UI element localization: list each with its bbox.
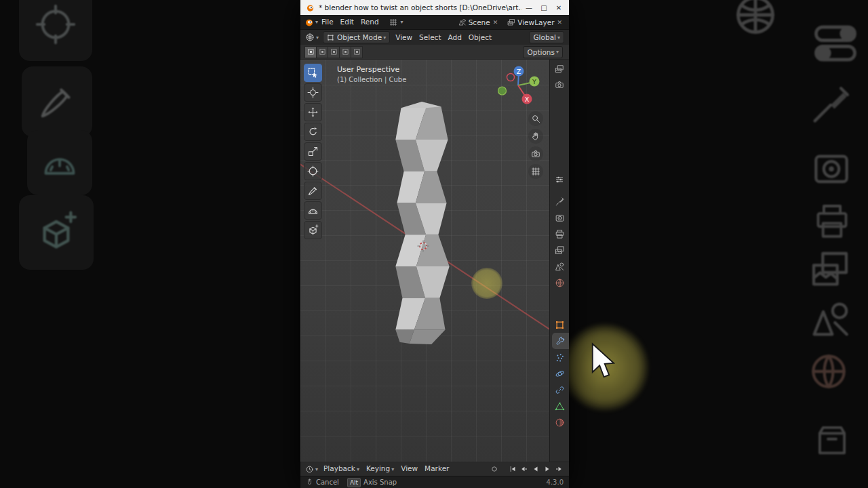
timeline-menus: Playback▾Keying▾ViewMarker [320,462,452,476]
unlink-scene-icon[interactable]: ✕ [493,19,498,26]
twisted-cube-object[interactable] [390,98,455,348]
material-tab-icon [555,418,565,428]
maximize-button[interactable]: □ [536,4,551,12]
properties-tab-physics[interactable] [550,365,569,382]
tool-move[interactable] [304,103,322,121]
zoom-button[interactable] [528,111,543,126]
properties-tab-object[interactable] [550,317,569,333]
auto-keying-icon[interactable] [490,464,499,474]
gizmo-y-label[interactable]: Y [532,78,536,85]
bg-tile [22,66,92,137]
timeline-menu-marker[interactable]: Marker [421,462,452,476]
properties-tab-render[interactable] [550,209,569,226]
viewport-menus: ViewSelectAddObject [392,30,495,45]
tool-settings-bar: Options ▾ [300,45,569,60]
next-keyframe-button[interactable] [553,464,564,474]
properties-tab-modifiers[interactable] [552,333,569,349]
menu-file[interactable]: File [318,15,337,29]
tool-rotate[interactable] [304,123,322,141]
scene-name: Scene [469,18,490,26]
tool-cursor[interactable] [304,83,322,102]
tool-add-cube[interactable] [304,221,322,239]
tool-annotate[interactable] [304,182,322,200]
gizmo-z-label[interactable]: Z [517,68,521,75]
properties-tab-constraints[interactable] [550,382,569,398]
object-mode-icon [327,34,334,41]
viewport-toolbar [304,64,322,239]
gizmo-x-label[interactable]: X [525,96,530,103]
tool-select-box[interactable] [304,64,322,82]
menu-edit[interactable]: Edit [337,15,357,29]
image-button[interactable] [553,62,566,76]
menu-add[interactable]: Add [445,30,465,45]
navigation-gizmo[interactable]: Z Y X [497,63,540,106]
menu-select[interactable]: Select [416,30,444,45]
close-button[interactable]: ✕ [551,4,566,12]
viewport-nav-buttons [528,111,543,179]
select-mode-invert[interactable] [339,46,351,58]
menu-view[interactable]: View [392,30,416,45]
menu-object[interactable]: Object [465,30,495,45]
next-keyframe-icon [555,465,563,473]
properties-tab-scene[interactable] [550,258,569,274]
properties-tab-particles[interactable] [550,349,569,365]
select-mode-intersect[interactable] [351,46,363,58]
3d-viewport[interactable]: User Perspective (1) Collection | Cube Z [300,60,549,462]
unlink-view-layer-icon[interactable]: ✕ [557,19,562,26]
workspace-selector[interactable]: ▾ [389,18,403,26]
tool-scale[interactable] [304,142,322,161]
properties-tab-view-layer[interactable] [550,242,569,258]
timeline-menu-view[interactable]: View [397,462,421,476]
timeline-menu-keying[interactable]: Keying▾ [363,462,397,476]
cancel-hint: Cancel [316,479,339,486]
options-dropdown[interactable]: Options ▾ [523,46,563,58]
properties-tab-material[interactable] [550,414,569,430]
timeline-menu-playback[interactable]: Playback▾ [320,462,363,476]
properties-tab-world[interactable] [550,274,569,291]
bg-tile [27,130,92,195]
top-bar: ▾ FileEditRend ▾ Scene ✕ ViewLayer ✕ [300,15,569,30]
scene-tab-icon [555,262,565,272]
play-icon [543,465,551,473]
camera-view-button[interactable] [528,146,543,161]
play-reverse-button[interactable] [530,464,540,474]
view-layer-icon [507,18,515,26]
tool-measure[interactable] [304,201,322,220]
select-mode-intersect-icon [353,48,361,56]
select-mode-new[interactable] [304,46,317,58]
blender-version: 4.3.0 [547,479,564,486]
pan-button[interactable] [528,129,543,144]
tool-transform[interactable] [304,162,322,180]
jump-to-start-button[interactable] [507,464,517,474]
play-button[interactable] [542,464,552,474]
camera-button[interactable] [553,78,566,92]
view-layer-selector[interactable]: ViewLayer ✕ [507,18,562,26]
timeline-editor-button[interactable]: ▾ [303,465,320,474]
image-icon [555,64,564,74]
editor-type-icon [305,33,315,42]
view-name: User Perspective [337,64,406,75]
main-area: User Perspective (1) Collection | Cube Z [300,60,569,462]
properties-editor-button[interactable] [553,173,566,186]
rotate-icon [307,126,319,138]
app-menu-icon[interactable] [304,18,314,27]
properties-tabs [550,193,569,430]
editor-type-button[interactable]: ▾ [303,33,321,42]
blender-logo-icon [306,3,315,12]
topbar-menus: FileEditRend [318,15,382,29]
properties-tab-tool[interactable] [550,193,569,209]
menu-rend[interactable]: Rend [357,15,382,29]
mode-dropdown[interactable]: Object Mode ▾ [323,31,390,43]
scene-selector[interactable]: Scene ✕ [458,18,498,26]
tab-group-gap [550,291,569,317]
orientation-dropdown[interactable]: Global ▾ [529,31,564,43]
minimize-button[interactable]: — [521,4,536,12]
toggle-perspective-button[interactable] [528,164,543,179]
properties-tab-output[interactable] [550,226,569,242]
move-icon [307,106,319,118]
properties-tab-data[interactable] [550,398,569,414]
select-mode-extend[interactable] [316,46,328,58]
previous-keyframe-button[interactable] [519,464,529,474]
status-bar: Cancel Alt Axis Snap 4.3.0 [300,476,569,488]
select-mode-subtract[interactable] [328,46,340,58]
